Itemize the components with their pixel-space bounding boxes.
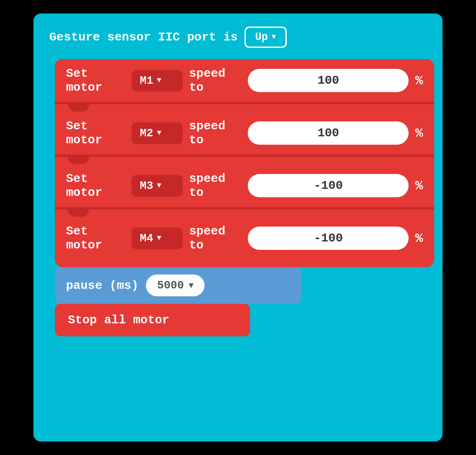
- speed-value-3[interactable]: [248, 174, 409, 197]
- motor-arrow-4: ▼: [157, 234, 162, 242]
- stop-block: Stop all motor: [55, 304, 250, 336]
- motor-value-4: M4: [140, 232, 153, 245]
- motor-value-3: M3: [140, 180, 153, 192]
- motor-dropdown-3[interactable]: M3 ▼: [132, 175, 183, 197]
- set-label-1: Set motor: [66, 67, 125, 94]
- svg-rect-4: [68, 296, 89, 304]
- workspace: Gesture sensor IIC port is Up ▼ Set moto…: [33, 13, 443, 442]
- svg-rect-0: [68, 52, 89, 59]
- percent-3: %: [415, 179, 423, 193]
- speed-label-3: speed to: [189, 172, 242, 200]
- motor-arrow-3: ▼: [157, 181, 162, 190]
- stop-label: Stop all motor: [68, 313, 169, 327]
- speed-label-1: speed to: [189, 67, 242, 94]
- red-container: Set motor M1 ▼ speed to % Set motor M2 ▼…: [55, 59, 434, 267]
- speed-value-2[interactable]: [248, 121, 409, 145]
- percent-2: %: [415, 126, 423, 141]
- pause-dropdown[interactable]: 5000 ▼: [146, 274, 205, 296]
- motor-value-1: M1: [140, 74, 153, 87]
- motor-dropdown-1[interactable]: M1 ▼: [132, 70, 183, 92]
- connector-3: [55, 209, 434, 217]
- set-label-2: Set motor: [66, 119, 125, 147]
- motor-arrow-2: ▼: [157, 129, 162, 137]
- motor-dropdown-2[interactable]: M2 ▼: [132, 122, 183, 144]
- motor-block-2: Set motor M2 ▼ speed to %: [55, 112, 434, 154]
- speed-value-1[interactable]: [248, 69, 409, 92]
- set-label-4: Set motor: [66, 224, 125, 252]
- motor-arrow-1: ▼: [157, 76, 162, 85]
- svg-rect-2: [68, 260, 89, 267]
- port-dropdown[interactable]: Up ▼: [245, 27, 287, 48]
- pause-value: 5000: [157, 279, 184, 292]
- speed-value-4[interactable]: [248, 227, 409, 250]
- bottom-spacer: [42, 336, 434, 364]
- svg-rect-5: [68, 344, 89, 351]
- port-value: Up: [255, 31, 268, 43]
- speed-label-4: speed to: [189, 224, 242, 252]
- motor-block-4: Set motor M4 ▼ speed to %: [55, 217, 434, 260]
- motor-block-1: Set motor M1 ▼ speed to %: [55, 59, 434, 102]
- pause-block: pause (ms) 5000 ▼: [55, 267, 301, 304]
- pause-label: pause (ms): [66, 279, 139, 293]
- percent-4: %: [415, 231, 423, 246]
- connector-1: [55, 104, 434, 112]
- pause-arrow-icon: ▼: [189, 281, 194, 290]
- motor-dropdown-4[interactable]: M4 ▼: [132, 228, 183, 249]
- motor-block-3: Set motor M3 ▼ speed to %: [55, 164, 434, 207]
- port-arrow-icon: ▼: [271, 33, 276, 41]
- connector-2: [55, 157, 434, 164]
- bottom-notch-svg: [55, 260, 434, 267]
- percent-1: %: [415, 74, 423, 88]
- set-label-3: Set motor: [66, 172, 125, 200]
- speed-label-2: speed to: [189, 119, 242, 147]
- header-text: Gesture sensor IIC port is: [49, 30, 238, 44]
- header-block: Gesture sensor IIC port is Up ▼: [42, 22, 434, 53]
- motor-value-2: M2: [140, 127, 153, 140]
